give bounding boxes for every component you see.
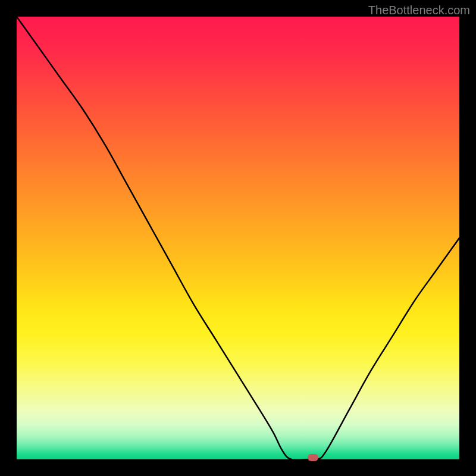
bottleneck-curve-svg xyxy=(17,17,459,459)
minimum-marker xyxy=(308,454,318,461)
chart-background xyxy=(17,17,459,459)
watermark-text: TheBottleneck.com xyxy=(368,4,470,17)
bottleneck-curve-path xyxy=(17,17,459,459)
